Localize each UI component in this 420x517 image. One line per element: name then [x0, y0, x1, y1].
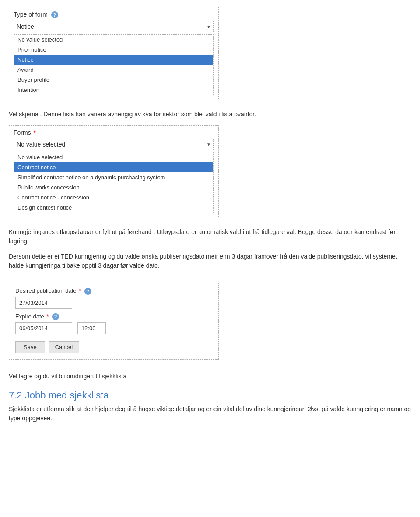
forms-label-text: Forms [14, 129, 31, 136]
forms-section: Forms * No value selected ▼ No value sel… [9, 125, 219, 217]
paragraph-4: Vel lagre og du vil bli omdirigert til s… [9, 372, 411, 381]
date-section: Desired publication date * ? Expire date… [9, 283, 219, 360]
forms-label: Forms * [14, 129, 214, 136]
type-of-form-label: Type of form ? [14, 11, 214, 18]
type-of-form-arrow-icon: ▼ [206, 24, 211, 29]
expire-time-input[interactable] [77, 322, 106, 334]
forms-select[interactable]: No value selected ▼ [14, 139, 214, 150]
expire-date-help-icon[interactable]: ? [52, 313, 59, 320]
save-button[interactable]: Save [15, 341, 45, 353]
section-72-heading: 7.2 Jobb med sjekklista [9, 390, 411, 401]
desired-publication-text: Desired publication date [15, 287, 76, 294]
paragraph-2: Kunngjeringanes utlaupsdatoar er fylt ut… [9, 227, 411, 246]
dropdown-item-award[interactable]: Award [14, 65, 214, 75]
type-of-form-text: Type of form [14, 11, 48, 18]
section-72-text: Sjekklista er utforma slik at den hjelpe… [9, 405, 411, 423]
forms-selected-value: No value selected [17, 141, 65, 148]
type-of-form-help-icon[interactable]: ? [51, 11, 58, 18]
forms-item-public-works[interactable]: Public works concession [14, 182, 214, 192]
expire-date-input[interactable] [15, 322, 72, 334]
button-row: Save Cancel [15, 341, 212, 353]
forms-dropdown-list: No value selected Contract notice Simpli… [14, 152, 214, 213]
type-of-form-selected-value: Notice [17, 23, 34, 30]
expire-date-label: Expire date * ? [15, 313, 212, 321]
desired-publication-label: Desired publication date * ? [15, 287, 212, 295]
desired-publication-input[interactable] [15, 297, 72, 309]
paragraph-1: Vel skjema . Denne lista kan variera avh… [9, 110, 411, 119]
forms-item-design-contest[interactable]: Design contest notice [14, 203, 214, 213]
dropdown-item-buyer-profile[interactable]: Buyer profile [14, 75, 214, 85]
dropdown-item-notice[interactable]: Notice [14, 55, 214, 65]
cancel-button[interactable]: Cancel [49, 341, 79, 353]
forms-item-no-value[interactable]: No value selected [14, 152, 214, 162]
forms-arrow-icon: ▼ [206, 142, 211, 147]
dropdown-item-prior-notice[interactable]: Prior notice [14, 45, 214, 55]
forms-item-contract-notice[interactable]: Contract notice [14, 162, 214, 172]
type-of-form-section: Type of form ? Notice ▼ No value selecte… [9, 7, 219, 99]
expire-date-text: Expire date [15, 313, 44, 320]
type-of-form-select[interactable]: Notice ▼ [14, 21, 214, 32]
forms-item-contract-concession[interactable]: Contract notice - concession [14, 192, 214, 203]
forms-item-simplified[interactable]: Simplified contract notice on a dynamic … [14, 172, 214, 182]
paragraph-3: Dersom dette er ei TED kunngjering og du… [9, 252, 411, 270]
forms-required-star: * [34, 129, 36, 136]
expire-date-required: * [46, 313, 49, 320]
dropdown-item-no-value[interactable]: No value selected [14, 35, 214, 45]
dropdown-item-intention[interactable]: Intention [14, 85, 214, 95]
expire-date-row [15, 322, 212, 334]
type-of-form-dropdown-list: No value selected Prior notice Notice Aw… [14, 34, 214, 95]
desired-publication-required: * [79, 287, 81, 294]
desired-publication-help-icon[interactable]: ? [84, 288, 91, 295]
